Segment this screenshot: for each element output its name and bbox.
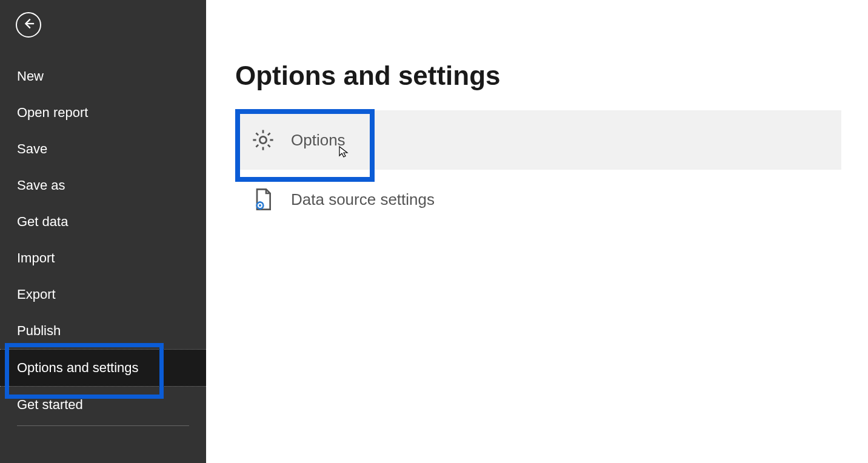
sidebar-divider	[17, 425, 189, 426]
option-item-options[interactable]: Options	[235, 110, 841, 170]
sidebar-item-export[interactable]: Export	[0, 276, 206, 313]
page-title: Options and settings	[235, 61, 868, 91]
svg-point-2	[259, 204, 261, 207]
sidebar-item-get-started[interactable]: Get started	[0, 387, 206, 423]
gear-icon	[250, 127, 276, 153]
sidebar-item-label: Publish	[17, 323, 61, 338]
sidebar-item-save-as[interactable]: Save as	[0, 167, 206, 204]
back-button[interactable]	[16, 12, 41, 38]
sidebar-item-label: Get started	[17, 397, 83, 412]
option-label: Data source settings	[291, 190, 435, 209]
sidebar-item-label: Save	[17, 141, 47, 156]
option-item-data-source-settings[interactable]: Data source settings	[235, 170, 841, 229]
sidebar-item-open-report[interactable]: Open report	[0, 95, 206, 131]
svg-point-0	[259, 136, 266, 143]
sidebar-item-get-data[interactable]: Get data	[0, 204, 206, 240]
sidebar-item-label: Save as	[17, 178, 65, 193]
main-content: Options and settings Options Dat	[206, 0, 868, 463]
sidebar-item-save[interactable]: Save	[0, 131, 206, 167]
page-gear-icon	[250, 186, 276, 213]
sidebar-item-publish[interactable]: Publish	[0, 313, 206, 349]
sidebar-item-label: New	[17, 68, 44, 84]
sidebar-item-label: Options and settings	[17, 360, 139, 375]
option-label: Options	[291, 131, 346, 150]
sidebar-item-label: Open report	[17, 105, 88, 120]
sidebar-item-label: Import	[17, 250, 55, 265]
back-arrow-icon	[22, 17, 35, 33]
sidebar-item-label: Export	[17, 287, 56, 302]
sidebar-item-label: Get data	[17, 214, 68, 229]
sidebar-item-options-and-settings-wrapper: Options and settings	[0, 349, 206, 387]
file-menu-sidebar: New Open report Save Save as Get data Im…	[0, 0, 206, 463]
sidebar-item-import[interactable]: Import	[0, 240, 206, 276]
sidebar-item-options-and-settings[interactable]: Options and settings	[0, 349, 206, 387]
cursor-icon	[338, 145, 350, 158]
sidebar-item-new[interactable]: New	[0, 58, 206, 95]
